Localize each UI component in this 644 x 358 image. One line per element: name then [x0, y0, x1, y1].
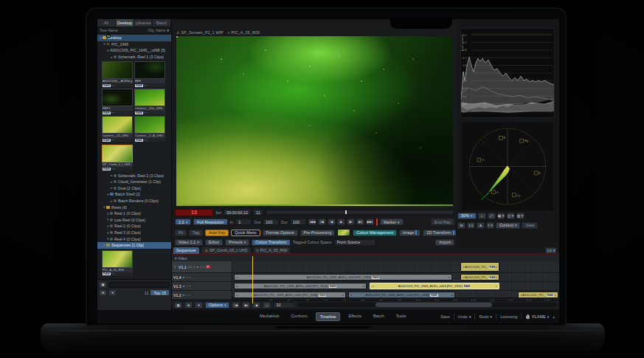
tree-item[interactable]: ▾Reel 2 (0 Clips) — [97, 223, 171, 230]
tree-item[interactable]: ▸Schemark: Reel 2 (3 Clips) — [97, 172, 171, 179]
timecode-field[interactable]: 00:00:00:12 — [224, 209, 251, 216]
module-conform[interactable]: Conform — [287, 312, 311, 321]
track-visibility-icon[interactable]: ● — [183, 293, 185, 297]
media-thumbnail[interactable]: Content__02_UHDRAW▪▪▪ — [102, 116, 133, 142]
timeline-clip[interactable]: ◂A011C013_PIC_1945_ADFx_v003 [PIC_1813] … — [370, 283, 499, 289]
track-expander-icon[interactable]: ▾ — [173, 265, 177, 269]
tree-item[interactable]: ▾Sequences (1 Clip) — [97, 242, 171, 249]
track-lock-icon[interactable]: ▪ — [190, 284, 191, 288]
tree-item[interactable]: ▸Schemark: Reel 1 (3 Clips) — [97, 54, 171, 61]
module-tools[interactable]: Tools — [392, 312, 410, 321]
expand-icon[interactable]: ⤢ — [488, 213, 496, 219]
track-header[interactable]: ▾V1.14:1.1●♪▪P — [172, 261, 232, 272]
track-visibility-icon[interactable]: ● — [183, 275, 185, 279]
marker-dropdown[interactable]: Marker — [380, 218, 404, 225]
undo-dropdown[interactable]: Undo — [458, 314, 471, 319]
clip-right-handle[interactable]: ▸ — [451, 293, 453, 297]
presets-dropdown[interactable]: Presets — [225, 239, 249, 246]
media-thumbnail[interactable]: A001C005__ACEScgRAW▪▪▪ — [102, 61, 133, 87]
scrub-bar[interactable] — [266, 210, 454, 215]
timeline-tab[interactable]: Sequences — [173, 247, 199, 254]
transport-button-3[interactable]: ■ — [337, 218, 345, 225]
module-timeline[interactable]: Timeline — [316, 312, 341, 321]
tree-item[interactable]: ▾Reel 1 (0 Clips) — [97, 210, 171, 217]
split-view-icon[interactable]: ◫ — [507, 213, 515, 219]
module-mediahub[interactable]: MediaHub — [256, 312, 283, 321]
end-play-button[interactable]: End Play — [431, 218, 454, 225]
filter-icon[interactable]: ▣ — [99, 281, 107, 288]
context-dropdown[interactable]: Context — [496, 222, 520, 229]
timeline-zoom-ratio[interactable]: 1:1 — [545, 247, 557, 254]
fit-button[interactable]: Fit — [175, 230, 187, 236]
clip-left-handle[interactable]: ◂ — [520, 293, 522, 297]
timeline-zoom-field[interactable]: 10 — [273, 302, 295, 309]
grid-icon[interactable]: ▦ — [174, 302, 182, 309]
track-header[interactable]: V1.2●♪▪ — [172, 291, 232, 299]
grid-layout-icon[interactable]: ▦ — [497, 213, 505, 219]
timeline-clip[interactable]: ◂A001C001_PIC_1935_ADFx_v003 [PIC_1534] … — [234, 283, 367, 289]
fx-node-format-options[interactable]: Format Options — [263, 230, 298, 236]
tree-item[interactable]: ▾⚠PIC_1945 — [97, 41, 171, 48]
media-tab-all[interactable]: All — [97, 19, 116, 27]
video-preview[interactable] — [176, 36, 453, 204]
fx-node-colour-management[interactable]: Colour Management — [353, 230, 397, 236]
track-lock-icon[interactable]: ▪ — [203, 265, 204, 269]
tree-name-header[interactable]: Tree Name — [100, 28, 118, 32]
dur-field[interactable]: 100 — [290, 218, 306, 225]
track-audio-icon[interactable]: ♪ — [186, 284, 187, 288]
fx-node-thumbnail[interactable] — [337, 229, 350, 236]
media-tab-batch[interactable]: Batch — [153, 19, 171, 27]
timeline-scrollbar[interactable] — [297, 303, 557, 307]
add-item-dropdown[interactable]: ▾ — [108, 289, 117, 296]
media-thumbnail[interactable]: PIC_A_05_R09RAW▪▪▪ — [102, 250, 133, 276]
clip-left-handle[interactable]: ◂ — [463, 275, 464, 279]
track-group-label[interactable]: ▾ Video — [172, 256, 187, 261]
tree-item[interactable]: ▾Reel 4 (0 Clips) — [97, 235, 171, 242]
view-button[interactable]: View — [522, 222, 538, 229]
waveform-scope[interactable]: Luminance 1.00.90.80.70.60.50.40.30.20.1… — [460, 28, 555, 118]
timeline-tab[interactable]: ≡PIC_A_05_R09 — [254, 247, 291, 254]
clip-left-handle[interactable]: ◂ — [236, 275, 238, 279]
add-track-dropdown[interactable]: ▾ — [195, 302, 203, 309]
timeline-playhead[interactable] — [252, 256, 253, 303]
tree-item[interactable]: ▾Batch Shelf (1) — [97, 191, 171, 198]
editor-button[interactable]: Editor — [205, 239, 223, 246]
tree-item[interactable]: ▾Low Reel (0 Clips) — [97, 217, 171, 224]
track-lane[interactable]: ◂A001C001_PIC_1935_ADFx_v004 [PIC_1530] … — [232, 273, 559, 281]
vectorscope[interactable]: RMgBCyGYl — [462, 123, 553, 210]
track-audio-icon[interactable]: ♪ — [186, 275, 187, 279]
frame-field[interactable]: 11 — [253, 209, 263, 216]
track-lock-icon[interactable]: ▪ — [190, 293, 191, 297]
tree-item[interactable]: ▾Reel 3 (0 Clips) — [97, 230, 171, 236]
track-header[interactable]: V1.4●♪▪ — [172, 273, 232, 281]
fx-node-image[interactable]: Image — [399, 230, 420, 236]
mode-button-m[interactable]: M — [457, 222, 465, 229]
track-visibility-icon[interactable]: ● — [196, 265, 198, 269]
track-audio-icon[interactable]: ♪ — [186, 293, 187, 297]
clip-right-handle[interactable]: ▸ — [496, 265, 497, 269]
quick-menu-button[interactable]: Quick Menu — [231, 230, 260, 236]
tree-item[interactable]: ▸Cloud_Generator (1 Clip) — [97, 179, 171, 185]
track-selector-dropdown[interactable]: Video 1.1 — [175, 239, 203, 246]
clip-right-handle[interactable]: ▸ — [496, 275, 497, 279]
track-lock-icon[interactable]: ▪ — [190, 275, 191, 279]
proxy-dropdown[interactable]: 1:1 — [175, 218, 191, 225]
save-button[interactable]: Save — [440, 314, 450, 319]
media-thumbnail[interactable]: REFRAW▪▪▪ — [134, 61, 165, 87]
add-item-button[interactable]: ⊕ — [99, 289, 107, 296]
licensing-button[interactable]: Licensing — [500, 314, 517, 319]
rows-layout-icon[interactable]: ▥ — [516, 213, 524, 219]
tree-item[interactable]: ▾A001C005_PIC_1945__v068 (5) — [97, 47, 171, 54]
options-dropdown[interactable]: Options — [205, 302, 229, 309]
track-audio-icon[interactable]: ♪ — [200, 265, 201, 269]
media-tab-libraries[interactable]: Libraries — [134, 19, 153, 27]
viewer-tab[interactable]: ⚠SP_Scream_P2_1 WIP — [176, 30, 224, 35]
redo-dropdown[interactable]: Redo — [479, 314, 492, 319]
tree-item[interactable]: ▾Reels (6) — [97, 204, 171, 210]
transport-button-2[interactable]: ◀ — [328, 218, 336, 225]
scrub-playhead[interactable] — [345, 210, 347, 214]
timeline-scrollbar-thumb[interactable] — [375, 303, 492, 307]
in-field[interactable]: 1 — [235, 218, 252, 225]
transport-button-0[interactable]: |◀◀ — [308, 218, 316, 225]
fx-node-2d-transform[interactable]: 2D Transform — [423, 230, 457, 236]
